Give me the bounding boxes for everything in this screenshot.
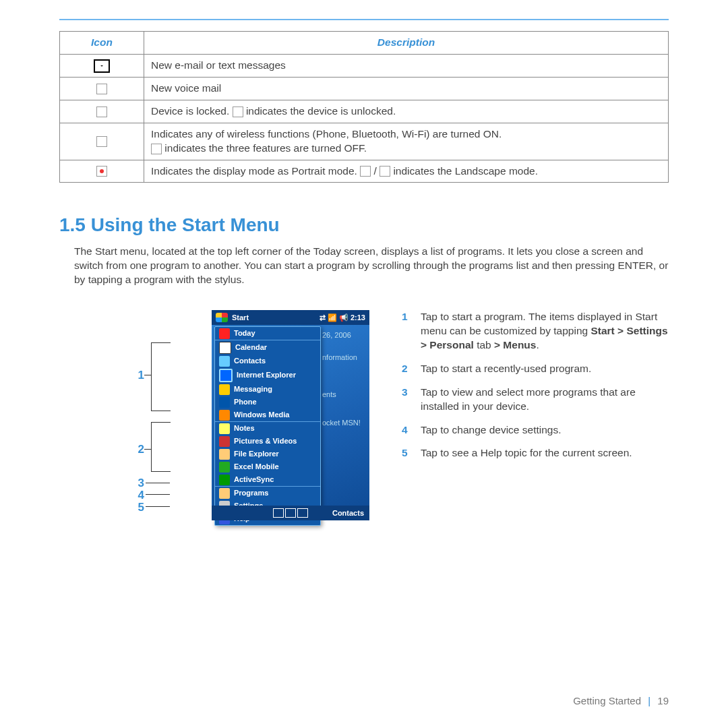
notes-icon (219, 423, 230, 434)
portrait-icon (96, 166, 107, 177)
menu-item-activesync[interactable]: ActiveSync (215, 473, 320, 486)
page-footer: Getting Started | 19 (573, 694, 669, 708)
bg-ents: ents (322, 390, 336, 400)
table-row: Indicates the display mode as Portrait m… (60, 160, 669, 183)
windows-media-icon (219, 410, 230, 421)
footer-chapter: Getting Started (573, 695, 641, 706)
footer-separator: | (648, 695, 650, 706)
unlocked-icon (233, 107, 243, 117)
wireless-on-icon (96, 136, 107, 147)
phone-screenshot: Start ⇄ 📶 📢 2:13 26, 2006 nformation ent… (212, 310, 369, 520)
row-desc: New voice mail (144, 77, 669, 100)
legend-text-1: Tap to start a program. The items displa… (421, 310, 669, 353)
legend-text-2: Tap to start a recently-used program. (421, 362, 669, 376)
landscape-icon-a (360, 166, 371, 177)
start-menu: Today Calendar Contacts Internet Explore… (214, 326, 321, 526)
table-header-description: Description (144, 32, 669, 55)
callout-2: 2 (133, 442, 144, 458)
bg-date: 26, 2006 (322, 330, 351, 340)
menu-item-pictures[interactable]: Pictures & Videos (215, 435, 320, 448)
start-label: Start (232, 313, 249, 323)
row-desc: Indicates the display mode as Portrait m… (144, 160, 669, 183)
footer-page: 19 (657, 695, 669, 706)
table-row: Indicates any of wireless functions (Pho… (60, 123, 669, 160)
excel-icon (219, 462, 230, 473)
legend: 1 Tap to start a program. The items disp… (402, 310, 669, 470)
legend-num-1: 1 (402, 310, 411, 353)
table-row: New e-mail or text messages (60, 54, 669, 77)
email-icon (94, 59, 110, 73)
callout-5: 5 (133, 500, 144, 516)
menu-item-excel[interactable]: Excel Mobile (215, 460, 320, 473)
top-rule (59, 19, 669, 20)
calendar-icon (219, 342, 231, 354)
legend-num-5: 5 (402, 446, 411, 460)
legend-num-2: 2 (402, 362, 411, 376)
table-header-icon: Icon (60, 32, 144, 55)
row-desc: New e-mail or text messages (144, 54, 669, 77)
section-body: The Start menu, located at the top left … (74, 245, 669, 287)
voicemail-icon (96, 84, 107, 94)
today-icon (219, 328, 230, 339)
contacts-icon (219, 356, 230, 367)
menu-item-notes[interactable]: Notes (215, 422, 320, 435)
wireless-off-icon (151, 144, 162, 154)
menu-item-ie[interactable]: Internet Explorer (215, 367, 320, 383)
legend-text-3: Tap to view and select more programs tha… (421, 386, 669, 414)
file-explorer-icon (219, 449, 230, 460)
section-heading: 1.5 Using the Start Menu (59, 212, 669, 238)
menu-item-windows-media[interactable]: Windows Media (215, 408, 320, 421)
pictures-icon (219, 436, 230, 447)
ie-icon (219, 369, 233, 382)
table-row: Device is locked. indicates the device i… (60, 100, 669, 123)
menu-item-phone[interactable]: Phone (215, 396, 320, 408)
locked-icon (96, 107, 107, 117)
callout-1: 1 (133, 368, 144, 384)
start-flag-icon (216, 313, 228, 322)
status-bar: Start ⇄ 📶 📢 2:13 (212, 310, 369, 325)
legend-text-5: Tap to see a Help topic for the current … (421, 446, 669, 460)
row-desc: Indicates any of wireless functions (Pho… (144, 123, 669, 160)
row-desc: Device is locked. indicates the device i… (144, 100, 669, 123)
menu-item-today[interactable]: Today (215, 327, 320, 340)
softkey-icons (273, 508, 308, 518)
menu-item-programs[interactable]: Programs (215, 487, 320, 499)
icon-description-table: Icon Description New e-mail or text mess… (59, 31, 669, 183)
programs-icon (219, 488, 230, 499)
softkey-contacts[interactable]: Contacts (332, 508, 364, 518)
menu-item-contacts[interactable]: Contacts (215, 355, 320, 367)
menu-item-calendar[interactable]: Calendar (215, 340, 320, 355)
menu-item-file-explorer[interactable]: File Explorer (215, 448, 320, 460)
bg-info: nformation (322, 353, 357, 363)
legend-text-4: Tap to change device settings. (421, 423, 669, 437)
legend-num-4: 4 (402, 423, 411, 437)
activesync-icon (219, 475, 230, 485)
status-icons: ⇄ 📶 📢 2:13 (320, 313, 365, 323)
bg-msn: ocket MSN! (322, 418, 361, 428)
phone-icon (219, 397, 230, 408)
softkey-bar: Contacts (212, 506, 369, 520)
menu-item-messaging[interactable]: Messaging (215, 383, 320, 396)
messaging-icon (219, 384, 230, 395)
landscape-icon-b (380, 166, 390, 177)
table-row: New voice mail (60, 77, 669, 100)
legend-num-3: 3 (402, 386, 411, 414)
